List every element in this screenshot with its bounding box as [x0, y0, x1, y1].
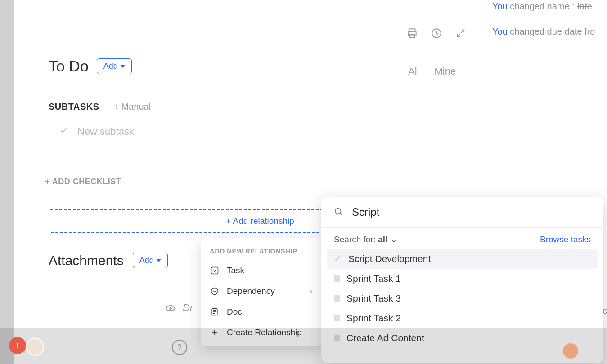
relationship-menu-task[interactable]: Task	[201, 260, 321, 281]
plus-icon	[210, 328, 220, 337]
dropzone-label: Dr	[183, 302, 193, 314]
attachments-dropzone[interactable]: Dr	[166, 302, 193, 314]
search-for-value: all	[378, 235, 387, 244]
svg-rect-4	[211, 267, 218, 274]
activity-actor: You	[492, 1, 508, 11]
task-detail-panel: You changed name : Inte You changed due …	[14, 0, 607, 364]
subtasks-header: SUBTASKS ↑ Manual	[49, 102, 151, 112]
activity-log: You changed name : Inte You changed due …	[492, 0, 607, 50]
result-label: Sprint Task 2	[346, 313, 401, 324]
subtasks-sort-label: Manual	[121, 102, 151, 112]
chevron-right-icon: ›	[310, 286, 312, 296]
attachments-add-label: Add	[139, 256, 154, 265]
browse-tasks-link[interactable]: Browse tasks	[540, 235, 591, 244]
search-header	[321, 197, 603, 228]
task-checkbox-icon	[210, 266, 220, 275]
search-result-item[interactable]: Sprint Task 2	[327, 308, 598, 328]
task-search-panel: Search for: all ⌄ Browse tasks ✓ Script …	[321, 197, 603, 363]
activity-filter-tabs: All Mine	[408, 66, 456, 77]
menu-item-label: Dependency	[227, 286, 302, 296]
attachments-add-button[interactable]: Add	[133, 253, 168, 268]
arrow-up-icon: ↑	[115, 102, 119, 111]
check-icon	[59, 126, 68, 138]
chevron-down-icon: ⌄	[390, 235, 397, 244]
relationship-type-menu: ADD NEW RELATIONSHIP Task Dependency › D…	[201, 238, 321, 346]
user-avatar-small[interactable]	[563, 343, 578, 359]
new-subtask-row[interactable]: New subtask	[59, 126, 134, 138]
chevron-down-icon	[121, 65, 125, 68]
printer-icon[interactable]	[406, 27, 418, 40]
doc-icon	[210, 307, 220, 317]
menu-item-label: Task	[227, 266, 312, 275]
search-meta-row: Search for: all ⌄ Browse tasks	[321, 228, 603, 249]
search-result-item[interactable]: Create Ad Content	[327, 328, 598, 348]
dependency-icon	[210, 286, 220, 296]
add-dropdown-button[interactable]: Add	[97, 58, 132, 74]
expand-icon[interactable]	[454, 27, 467, 40]
check-icon: ✓	[334, 253, 342, 264]
result-label: Sprint Task 3	[346, 293, 401, 304]
tab-mine[interactable]: Mine	[434, 66, 456, 77]
help-icon[interactable]: ?	[172, 340, 187, 355]
activity-entry: You changed name : Inte	[492, 0, 607, 13]
cloud-upload-icon	[166, 303, 175, 313]
menu-item-label: Doc	[227, 307, 312, 317]
search-results: ✓ Script Development Sprint Task 1 Sprin…	[321, 249, 603, 348]
search-icon	[334, 207, 344, 217]
search-result-item[interactable]: Sprint Task 3	[327, 289, 598, 308]
chevron-down-icon	[157, 259, 161, 262]
top-action-bar	[406, 27, 467, 40]
menu-item-label: Create Relationship	[227, 328, 312, 337]
search-input[interactable]	[352, 206, 591, 218]
svg-point-13	[335, 209, 341, 214]
attachments-title: Attachments	[49, 253, 124, 268]
status-square-icon	[334, 335, 340, 341]
result-label: Create Ad Content	[346, 333, 424, 343]
relationship-menu-dependency[interactable]: Dependency ›	[201, 281, 321, 302]
add-button-label: Add	[103, 62, 118, 71]
result-label: Script Development	[348, 253, 431, 264]
add-relationship-label: + Add relationship	[226, 216, 294, 226]
new-subtask-placeholder: New subtask	[77, 126, 134, 138]
status-square-icon	[334, 295, 340, 302]
search-scope[interactable]: Search for: all ⌄	[334, 234, 397, 244]
search-for-label: Search for:	[334, 235, 376, 244]
add-checklist-button[interactable]: + ADD CHECKLIST	[45, 177, 121, 186]
left-dim-overlay	[0, 0, 14, 364]
status-square-icon	[334, 315, 340, 321]
search-result-item[interactable]: ✓ Script Development	[327, 249, 598, 269]
svg-line-14	[340, 213, 342, 216]
relationship-menu-create[interactable]: Create Relationship	[201, 322, 321, 343]
activity-actor: You	[492, 27, 508, 36]
status-square-icon	[334, 275, 340, 282]
notification-badge[interactable]: !	[9, 337, 26, 354]
tab-all[interactable]: All	[408, 66, 419, 77]
activity-text: changed due date fro	[510, 27, 595, 36]
activity-text: changed name :	[510, 1, 577, 11]
history-icon[interactable]	[430, 27, 443, 40]
relationship-menu-doc[interactable]: Doc	[201, 302, 321, 322]
user-avatar[interactable]	[26, 338, 44, 356]
subtasks-label: SUBTASKS	[49, 102, 99, 112]
activity-entry: You changed due date fro	[492, 25, 607, 38]
task-title: To Do	[49, 58, 89, 75]
subtasks-sort-button[interactable]: ↑ Manual	[115, 102, 151, 112]
task-header: To Do Add	[49, 58, 132, 75]
activity-old-value: Inte	[577, 1, 592, 11]
notification-badge-text: !	[17, 342, 19, 349]
search-result-item[interactable]: Sprint Task 1	[327, 269, 598, 289]
attachments-header: Attachments Add	[49, 253, 168, 268]
result-label: Sprint Task 1	[346, 273, 401, 284]
relationship-menu-header: ADD NEW RELATIONSHIP	[201, 244, 321, 260]
